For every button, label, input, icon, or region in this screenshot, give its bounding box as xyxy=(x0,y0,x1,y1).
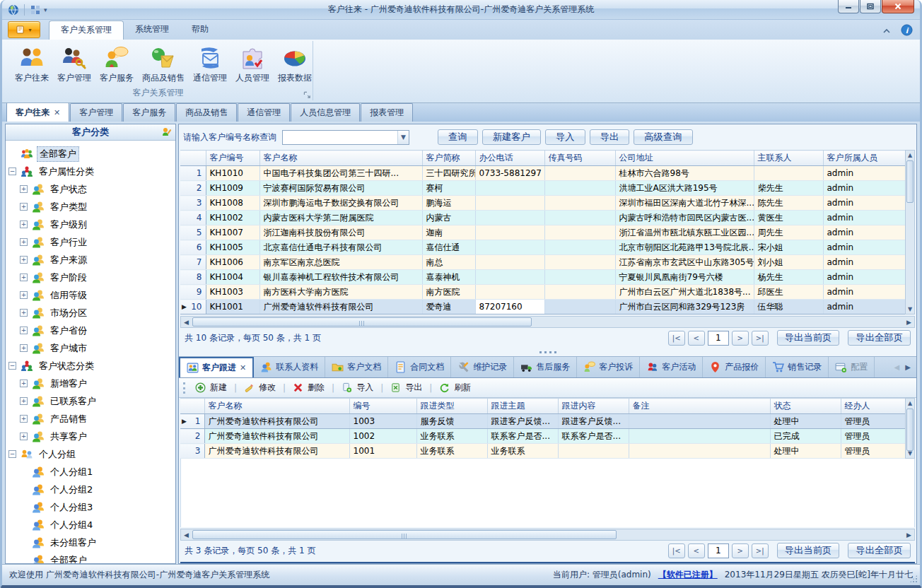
detail-tab[interactable]: 产品报价 xyxy=(703,357,766,377)
toolbar-grip[interactable] xyxy=(183,382,185,394)
ribbon-tab[interactable]: 系统管理 xyxy=(124,20,180,40)
customer-search-input[interactable] xyxy=(283,131,397,144)
scroll-down-icon[interactable]: ▼ xyxy=(906,449,914,458)
search-action-button[interactable]: 高级查询 xyxy=(634,129,692,145)
tree-node[interactable]: + 市场分区 xyxy=(6,304,175,322)
restore-button[interactable] xyxy=(860,0,881,13)
scroll-right-icon[interactable]: ▶ xyxy=(904,317,914,327)
tree-node[interactable]: 个人分组2 xyxy=(6,481,175,498)
tree-expander[interactable]: + xyxy=(20,291,28,299)
toolbar-button[interactable]: 导入 xyxy=(339,380,376,395)
tree-expander[interactable]: + xyxy=(20,220,28,228)
next-page-button[interactable]: > xyxy=(732,331,749,346)
dialog-launcher-icon[interactable] xyxy=(303,90,311,99)
tree-node[interactable]: + 客户状态 xyxy=(6,180,175,198)
column-header[interactable]: 状态 xyxy=(770,399,841,414)
tree-node[interactable]: 全部客户 xyxy=(6,145,175,163)
ribbon-button[interactable]: 人员管理 xyxy=(231,44,274,86)
export-all-pages-button[interactable]: 导出全部页 xyxy=(848,330,911,346)
column-header[interactable]: 跟进内容 xyxy=(558,399,629,414)
search-action-button[interactable]: 查询 xyxy=(438,129,478,145)
scroll-up-icon[interactable]: ▲ xyxy=(906,151,914,160)
column-header[interactable]: 跟进主题 xyxy=(487,399,558,414)
followup-grid-hscrollbar[interactable]: ◀ ▶ xyxy=(180,529,915,541)
tree-node[interactable]: + 客户来源 xyxy=(6,251,175,269)
first-page-button[interactable]: |< xyxy=(668,331,685,346)
column-header[interactable]: 客户简称 xyxy=(422,151,475,166)
doc-tab[interactable]: 客户服务 xyxy=(123,103,175,122)
ribbon-button[interactable]: 通信管理 xyxy=(189,44,231,86)
detail-tab[interactable]: 售后服务 xyxy=(514,357,577,377)
tree-expander[interactable]: − xyxy=(8,450,16,458)
doc-tab[interactable]: 报表管理 xyxy=(361,103,413,122)
tree-expander[interactable]: − xyxy=(8,167,16,175)
hscroll-thumb[interactable] xyxy=(192,317,532,327)
ribbon-tab[interactable]: 客户关系管理 xyxy=(49,20,124,40)
combo-dropdown-icon[interactable]: ▼ xyxy=(397,131,409,144)
export-current-page-button[interactable]: 导出当前页 xyxy=(777,330,840,346)
table-row[interactable]: 4KH1002内蒙古医科大学第二附属医院内蒙古内蒙古呼和浩特市回民区内蒙古医..… xyxy=(180,211,909,225)
collapse-ribbon-icon[interactable] xyxy=(882,26,891,36)
customer-grid-hscrollbar[interactable]: ◀ ▶ xyxy=(180,316,915,328)
column-header[interactable]: 备注 xyxy=(629,399,770,414)
tree-node[interactable]: − 客户状态分类 xyxy=(6,357,175,375)
help-info-icon[interactable]: i xyxy=(901,24,913,38)
scroll-left-icon[interactable]: ◀ xyxy=(181,529,192,540)
table-row[interactable]: 2KH1009宁波赛柯国际贸易有限公司赛柯洪塘工业A区洪大路195号柴先生adm… xyxy=(180,181,909,196)
tree-node[interactable]: 个人分组3 xyxy=(6,498,175,516)
tree-node[interactable]: + 新增客户 xyxy=(6,375,175,392)
search-action-button[interactable]: 新建客户 xyxy=(482,129,541,145)
detail-tab[interactable]: 销售记录 xyxy=(766,357,829,377)
tree-expander[interactable]: + xyxy=(20,433,28,440)
column-header[interactable]: 经办人 xyxy=(841,399,909,414)
scroll-down-icon[interactable]: ▼ xyxy=(906,305,914,314)
detail-tab[interactable]: 合同文档 xyxy=(388,357,451,377)
toolbar-button[interactable]: 修改 xyxy=(241,380,279,395)
tree-node[interactable]: + 客户阶段 xyxy=(6,269,175,286)
ribbon-button[interactable]: 客户服务 xyxy=(95,44,138,86)
tab-scroll-left-icon[interactable]: ◀ xyxy=(894,363,900,371)
tree-expander[interactable]: + xyxy=(20,344,28,352)
app-menu-button[interactable]: ▾ xyxy=(8,21,40,38)
close-tab-icon[interactable]: ✕ xyxy=(54,108,60,117)
vertical-scrollbar[interactable]: ▲ ▼ xyxy=(905,150,915,314)
close-tab-icon[interactable]: ✕ xyxy=(240,363,246,372)
detail-tab[interactable]: 客户活动 xyxy=(640,357,703,377)
table-row[interactable]: ▶10KH1001广州爱奇迪软件科技有限公司爱奇迪87207160广州市白云区同… xyxy=(180,300,909,314)
column-header[interactable]: 办公电话 xyxy=(475,151,544,166)
tree-node[interactable]: + 信用等级 xyxy=(6,286,175,304)
scroll-right-icon[interactable]: ▶ xyxy=(904,529,914,540)
ribbon-tab[interactable]: 帮助 xyxy=(180,20,220,40)
close-button[interactable] xyxy=(882,0,914,13)
toolbar-button[interactable]: 新建 xyxy=(192,380,230,395)
tree-node[interactable]: + 产品销售 xyxy=(6,410,175,428)
toolbar-button[interactable]: 删除 xyxy=(290,380,327,395)
edit-category-icon[interactable] xyxy=(161,127,173,138)
table-row[interactable]: ▶1广州爱奇迪软件科技有限公司1003服务反馈跟进客户反馈...跟进客户反馈..… xyxy=(180,414,909,429)
ribbon-button[interactable]: 客户往来 xyxy=(11,44,53,86)
tab-scroll-right-icon[interactable]: ▶ xyxy=(905,363,911,371)
table-row[interactable]: 5KH1007浙江迦南科技股份有限公司迦南浙江省温州市瓯北镇东瓯工业区园...周… xyxy=(180,225,909,240)
doc-tab[interactable]: 客户往来✕ xyxy=(6,102,69,122)
tree-node[interactable]: + 客户级别 xyxy=(6,216,175,233)
ribbon-button[interactable]: 商品及销售 xyxy=(138,44,189,86)
column-header[interactable]: 主联系人 xyxy=(754,151,823,166)
prev-page-button[interactable]: < xyxy=(688,331,705,346)
column-header[interactable]: 客户所属人员 xyxy=(823,151,909,166)
tree-node[interactable]: + 客户行业 xyxy=(6,233,175,251)
doc-tab[interactable]: 客户管理 xyxy=(70,103,122,122)
license-registered-link[interactable]: 【软件已注册】 xyxy=(658,569,718,581)
search-action-button[interactable]: 导入 xyxy=(545,129,585,145)
scroll-up-icon[interactable]: ▲ xyxy=(906,399,914,408)
detail-tab[interactable]: 客户文档 xyxy=(325,357,388,377)
vertical-scrollbar[interactable]: ▲ ▼ xyxy=(905,398,915,459)
ribbon-button[interactable]: 客户管理 xyxy=(53,44,95,86)
doc-tab[interactable]: 人员信息管理 xyxy=(291,103,360,122)
tree-expander[interactable]: + xyxy=(20,380,28,387)
tree-node[interactable]: + 客户类型 xyxy=(6,198,175,216)
doc-tab[interactable]: 通信管理 xyxy=(238,103,290,122)
export-all-pages-button[interactable]: 导出全部页 xyxy=(848,543,911,558)
detail-tab[interactable]: 联系人资料 xyxy=(254,357,325,377)
tree-node[interactable]: − 客户属性分类 xyxy=(6,163,175,180)
ribbon-button[interactable]: 报表数据 xyxy=(274,44,316,86)
